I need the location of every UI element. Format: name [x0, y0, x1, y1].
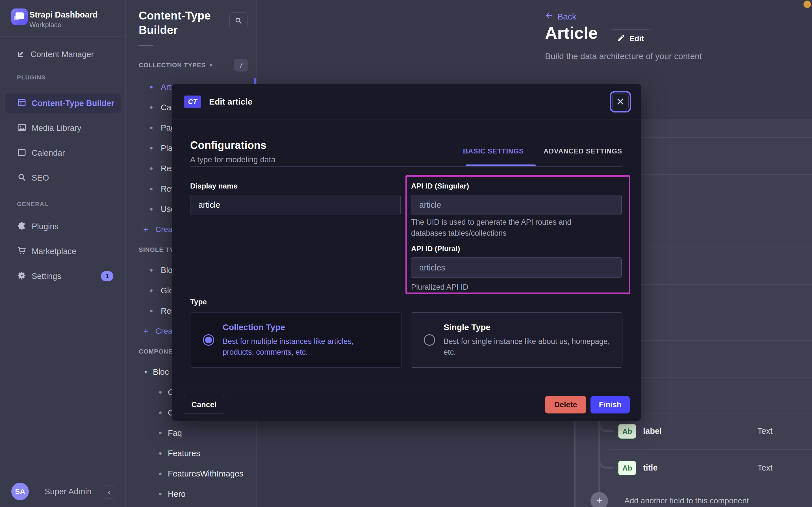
page-title: Article [545, 23, 598, 43]
user-name: Super Admin [45, 487, 91, 496]
item-label: Features [168, 449, 200, 458]
cancel-button[interactable]: Cancel [183, 396, 225, 413]
bullet-icon [150, 289, 152, 292]
back-label: Back [557, 12, 576, 21]
puzzle-icon [0, 221, 26, 232]
item-label: Hero [168, 490, 186, 499]
strapi-logo-icon [11, 8, 28, 25]
builder-title: Content-Type Builder [139, 8, 218, 37]
single-type-desc: Best for single instance like about us, … [444, 336, 622, 357]
search-button[interactable] [230, 12, 248, 30]
nav-section-label-general: GENERAL [17, 201, 48, 208]
sidebar-item-label: Media Library [32, 123, 81, 133]
divider [139, 45, 153, 46]
divider [0, 480, 125, 480]
item-label: SINGLE TY [139, 246, 174, 253]
sidebar-item-label: Content-Type Builder [32, 99, 114, 108]
chevron-down-icon: ▾ [144, 369, 147, 375]
configurations-title: Configurations [190, 139, 266, 152]
display-name-input[interactable] [190, 195, 400, 215]
bullet-icon [150, 86, 152, 89]
field-type: Text [757, 427, 772, 436]
collection-types-header[interactable]: COLLECTION TYPES ▾ 7 [139, 58, 248, 72]
sidebar-item-faq[interactable]: Faq [126, 423, 256, 443]
chevron-down-icon: ▾ [210, 62, 212, 68]
collection-type-desc: Best for multiple instances like article… [223, 336, 381, 357]
radio-selected-icon[interactable] [203, 334, 214, 346]
api-id-singular-input[interactable] [411, 195, 622, 215]
sidebar-item-media-library[interactable]: Media Library [0, 121, 126, 135]
field-name: title [643, 463, 658, 472]
type-label: Type [190, 297, 207, 306]
bullet-icon [159, 411, 162, 414]
bullet-icon [150, 208, 152, 211]
sidebar-item-hero[interactable]: Hero [126, 484, 256, 504]
sidebar-item-label: Plugins [32, 222, 59, 231]
bullet-icon [159, 472, 162, 475]
item-label: Faq [168, 429, 182, 438]
tree-elbow [599, 457, 614, 468]
bullet-icon [150, 167, 152, 170]
sidebar-item-calendar[interactable]: Calendar [0, 146, 126, 160]
delete-button[interactable]: Delete [545, 396, 586, 413]
bullet-icon [150, 147, 152, 150]
bullet-icon [150, 127, 152, 129]
item-label: Bloc [153, 368, 169, 377]
single-type-card[interactable]: Single Type Best for single instance lik… [411, 312, 622, 368]
count-badge: 7 [234, 59, 248, 71]
display-name-label: Display name [190, 182, 238, 190]
recording-indicator-dot [804, 1, 811, 8]
item-label: COMPONE [139, 348, 173, 355]
api-id-plural-label: API ID (Plural) [411, 244, 460, 253]
sidebar-item-seo[interactable]: SEO [0, 170, 126, 185]
gear-icon [0, 271, 26, 281]
add-field-row-label[interactable]: Add another field to this component [624, 496, 749, 505]
edit-button[interactable]: Edit [610, 30, 651, 48]
sidebar-item-settings[interactable]: Settings1 [0, 269, 126, 283]
collection-type-card[interactable]: Collection Type Best for multiple instan… [190, 312, 402, 368]
sidebar-item-plugins[interactable]: Plugins [0, 219, 126, 234]
close-icon: ✕ [616, 96, 625, 108]
feather-icon [0, 49, 25, 59]
bullet-icon [150, 106, 152, 109]
bullet-icon [159, 391, 162, 394]
sidebar-item-content-type-builder[interactable]: Content-Type Builder [5, 94, 121, 113]
modal-header: CT Edit article ✕ [172, 84, 641, 120]
sidebar-item-label: Settings [32, 272, 61, 281]
collapse-sidebar-button[interactable]: ‹ [104, 486, 114, 499]
finish-button[interactable]: Finish [590, 396, 630, 413]
plus-icon: + [143, 326, 148, 337]
avatar[interactable]: SA [11, 483, 29, 500]
tree-elbow [599, 420, 614, 432]
add-field-circle-button[interactable]: + [590, 492, 608, 507]
sidebar-item-content-manager[interactable]: Content Manager [0, 47, 126, 62]
close-button[interactable]: ✕ [610, 91, 631, 112]
sidebar-item-marketplace[interactable]: Marketplace [0, 244, 126, 259]
api-id-plural-input[interactable] [411, 258, 622, 278]
content-type-badge: CT [184, 96, 201, 108]
row-divider [609, 449, 812, 450]
sidebar-item-featureswithimages[interactable]: FeaturesWithImages [126, 463, 256, 484]
sidebar-item-label: Calendar [32, 148, 65, 158]
bullet-icon [150, 310, 152, 312]
sidebar-item-features[interactable]: Features [126, 443, 256, 463]
radio-unselected-icon[interactable] [424, 334, 435, 346]
pencil-icon [617, 34, 626, 44]
nav-section-label-plugins: PLUGINS [17, 74, 46, 81]
bullet-icon [159, 452, 162, 455]
modal-footer: Cancel Delete Finish [172, 389, 641, 421]
bullet-icon [150, 269, 152, 272]
search-icon [0, 172, 26, 183]
sidebar-item-label: SEO [32, 173, 49, 182]
single-type-title: Single Type [444, 323, 622, 332]
arrow-left-icon [545, 11, 554, 22]
tab-advanced-settings[interactable]: ADVANCED SETTINGS [544, 147, 622, 155]
configurations-subtitle: A type for modeling data [190, 155, 275, 164]
text-field-type-badge: Ab [618, 461, 636, 475]
back-link[interactable]: Back [545, 11, 576, 22]
image-icon [0, 123, 26, 133]
tab-basic-settings[interactable]: BASIC SETTINGS [463, 147, 524, 155]
item-label: FeaturesWithImages [168, 469, 244, 478]
page-subtitle: Build the data architecture of your cont… [545, 51, 702, 61]
app-sidebar: Strapi Dashboard Workplace Content Manag… [0, 0, 126, 507]
